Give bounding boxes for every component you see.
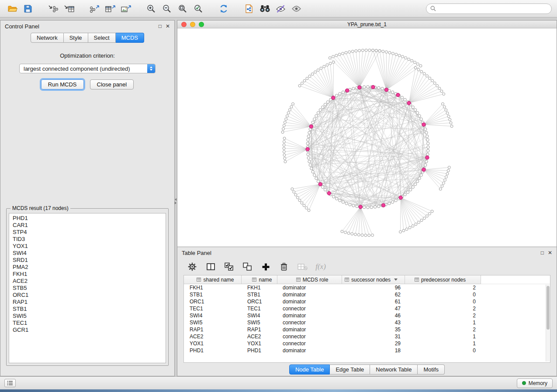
export-table-button[interactable] (103, 2, 117, 15)
minimize-window-icon[interactable] (190, 22, 195, 27)
table-scrollbar-thumb[interactable] (547, 286, 550, 330)
table-cell: SWI5 (184, 319, 242, 326)
import-network-button[interactable] (46, 2, 60, 15)
column-header-label: successor nodes (351, 277, 391, 283)
table-cell: 2 (405, 305, 481, 312)
tab-select[interactable]: Select (88, 33, 116, 43)
refresh-layout-button[interactable] (217, 2, 231, 15)
table-row[interactable]: TEC1TEC1connector472 (184, 305, 550, 312)
mcds-result-item[interactable]: SWI5 (13, 313, 162, 320)
import-network-icon (48, 4, 59, 13)
tab-mcds[interactable]: MCDS (116, 33, 144, 43)
deselect-all-rows-button[interactable] (241, 261, 253, 273)
table-row[interactable]: FKH1FKH1dominator962 (184, 284, 550, 291)
mcds-result-item[interactable]: RAP1 (13, 299, 162, 306)
close-panel-button[interactable]: Close panel (90, 79, 134, 89)
search-input[interactable] (438, 6, 547, 12)
column-type-icon (345, 278, 349, 282)
column-header-shared-name[interactable]: shared name (184, 275, 242, 284)
zoom-in-button[interactable] (144, 2, 158, 15)
table-row[interactable]: SWI4SWI4dominator462 (184, 312, 550, 319)
criterion-select[interactable]: largest connected component (undirected) (19, 64, 156, 73)
save-icon (24, 4, 32, 13)
mcds-result-item[interactable]: TID3 (13, 236, 162, 243)
clone-network-button[interactable] (242, 2, 256, 15)
export-table-icon (105, 4, 116, 13)
mcds-result-item[interactable]: FKH1 (13, 271, 162, 278)
network-view[interactable] (177, 28, 557, 247)
table-row[interactable]: ORC1ORC1dominator610 (184, 298, 550, 305)
show-all-button[interactable] (289, 2, 303, 15)
mcds-result-item[interactable]: CAR1 (13, 222, 162, 229)
table-cell: 1 (405, 333, 481, 340)
network-graph[interactable] (177, 28, 557, 247)
column-header-label: MCDS role (303, 277, 329, 283)
table-panel: Table Panel □ ✕ (177, 247, 557, 376)
zoom-out-button[interactable] (160, 2, 174, 15)
mcds-result-item[interactable]: PMA2 (13, 264, 162, 271)
mcds-result-item[interactable]: SRD1 (13, 257, 162, 264)
table-scrollbar[interactable] (546, 285, 550, 361)
splitter-handle-icon[interactable] (175, 198, 176, 204)
tab-network-table[interactable]: Network Table (370, 364, 418, 375)
table-settings-button[interactable] (186, 261, 198, 273)
add-row-button[interactable] (259, 261, 272, 273)
float-panel-icon[interactable]: □ (159, 24, 162, 29)
zoom-in-icon (146, 4, 156, 14)
hide-selected-button[interactable] (273, 2, 287, 15)
zoom-selected-button[interactable] (191, 2, 205, 15)
mcds-result-item[interactable]: STP4 (13, 229, 162, 236)
close-panel-icon[interactable]: ✕ (166, 24, 170, 29)
search-network-button[interactable] (258, 2, 272, 15)
show-columns-button[interactable] (204, 261, 217, 273)
close-table-panel-icon[interactable]: ✕ (548, 250, 552, 255)
network-window: YPA_prune.txt_1 (177, 20, 557, 247)
zoom-fit-button[interactable] (176, 2, 190, 15)
tab-style[interactable]: Style (64, 33, 88, 43)
select-all-rows-button[interactable] (223, 261, 235, 273)
mcds-result-item[interactable]: TEC1 (13, 320, 162, 327)
export-network-button[interactable] (87, 2, 101, 15)
mcds-result-item[interactable]: STB1 (13, 306, 162, 313)
tab-edge-table[interactable]: Edge Table (330, 364, 370, 375)
table-cell: 46 (342, 312, 405, 319)
table-tabs: Node TableEdge TableNetwork TableMotifs (177, 363, 557, 376)
open-file-button[interactable] (5, 2, 19, 15)
mcds-result-item[interactable]: PHD1 (13, 215, 162, 222)
table-row[interactable]: RAP1RAP1dominator352 (184, 326, 550, 333)
run-mcds-button[interactable]: Run MCDS (41, 79, 84, 89)
table-row[interactable]: STB1STB1dominator620 (184, 291, 550, 298)
zoom-fit-icon (178, 4, 187, 14)
mcds-result-item[interactable]: SWI4 (13, 250, 162, 257)
column-header-predecessor-nodes[interactable]: predecessor nodes (405, 275, 481, 284)
mcds-result-list[interactable]: PHD1CAR1STP4TID3YOX1SWI4SRD1PMA2FKH1ACE2… (9, 213, 166, 363)
save-session-button[interactable] (21, 2, 35, 15)
delete-rows-button[interactable] (278, 261, 290, 273)
close-window-icon[interactable] (181, 22, 187, 27)
mcds-result-item[interactable]: GCR1 (13, 327, 162, 334)
float-table-panel-icon[interactable]: □ (541, 250, 544, 255)
memory-button[interactable]: Memory (517, 378, 553, 388)
export-image-button[interactable] (119, 2, 133, 15)
mcds-result-item[interactable]: YOX1 (13, 243, 162, 250)
panel-splitter[interactable] (175, 20, 177, 376)
table-row[interactable]: ACE2ACE2connector311 (184, 333, 550, 340)
column-header-successor-nodes[interactable]: successor nodes (342, 275, 405, 284)
mcds-result-item[interactable]: ACE2 (13, 278, 162, 285)
task-history-button[interactable] (4, 379, 16, 387)
column-header-name[interactable]: name (242, 275, 277, 284)
tab-network[interactable]: Network (31, 33, 64, 43)
tab-node-table[interactable]: Node Table (289, 364, 330, 375)
mcds-result-item[interactable]: ORC1 (13, 292, 162, 299)
table-cell: RAP1 (242, 326, 277, 333)
tab-motifs[interactable]: Motifs (418, 364, 445, 375)
maximize-window-icon[interactable] (199, 22, 204, 27)
global-search[interactable] (426, 3, 552, 14)
table-row[interactable]: SWI5SWI5connector431 (184, 319, 550, 326)
mcds-result-item[interactable]: STB5 (13, 285, 162, 292)
import-table-button[interactable] (62, 2, 76, 15)
table-row[interactable]: YOX1YOX1connector291 (184, 340, 550, 347)
column-header-MCDS-role[interactable]: MCDS role (277, 275, 342, 284)
mcds-result-fieldset: MCDS result (17 nodes) PHD1CAR1STP4TID3Y… (6, 205, 169, 366)
table-row[interactable]: PHD1PHD1dominator180 (184, 347, 550, 354)
